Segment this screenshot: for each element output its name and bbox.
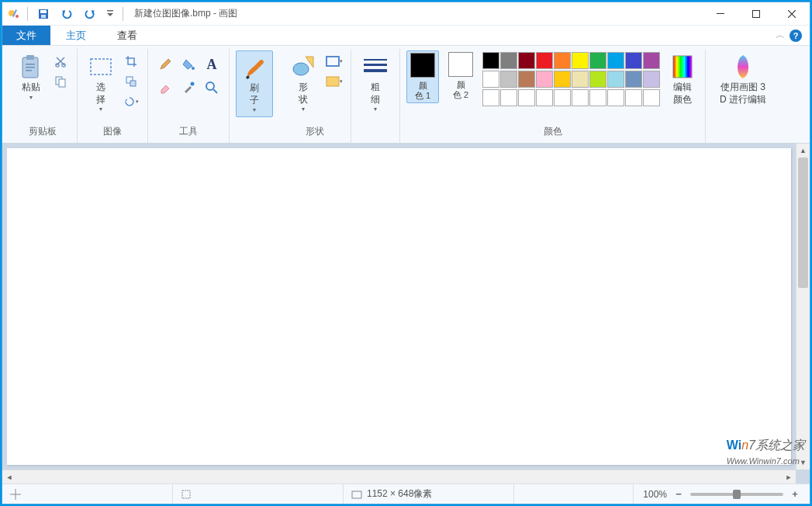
palette-color[interactable] bbox=[589, 89, 606, 106]
zoom-out-button[interactable]: − bbox=[673, 489, 684, 500]
help-button[interactable]: ? bbox=[790, 29, 802, 42]
palette-color[interactable] bbox=[607, 52, 624, 69]
palette-color[interactable] bbox=[482, 89, 499, 106]
view-tab[interactable]: 查看 bbox=[102, 26, 153, 45]
shapes-group: 形 状 ▾ ▾ ▾ 形状 bbox=[279, 49, 351, 143]
chevron-down-icon: ▾ bbox=[374, 106, 377, 113]
paste-button[interactable]: 粘贴 ▾ bbox=[15, 50, 47, 104]
palette-color[interactable] bbox=[482, 71, 499, 88]
palette-color[interactable] bbox=[589, 71, 606, 88]
palette-color[interactable] bbox=[607, 89, 624, 106]
fill-shape-button[interactable]: ▾ bbox=[324, 72, 344, 91]
svg-rect-32 bbox=[352, 491, 361, 498]
maximize-button[interactable] bbox=[738, 2, 774, 26]
palette-color[interactable] bbox=[536, 89, 553, 106]
clipboard-group: 粘贴 ▾ 剪贴板 bbox=[9, 49, 78, 143]
chevron-down-icon: ▾ bbox=[99, 106, 102, 113]
rotate-button[interactable]: ▾ bbox=[121, 92, 141, 111]
svg-rect-20 bbox=[130, 81, 136, 86]
palette-color[interactable] bbox=[625, 89, 642, 106]
palette-color[interactable] bbox=[572, 89, 589, 106]
redo-button[interactable] bbox=[81, 5, 99, 23]
edit-colors-button[interactable]: 编辑 颜色 bbox=[666, 50, 699, 109]
palette-color[interactable] bbox=[554, 89, 571, 106]
palette-color[interactable] bbox=[482, 52, 499, 69]
horizontal-scrollbar[interactable]: ◄ ► bbox=[2, 470, 796, 483]
outline-button[interactable]: ▾ bbox=[324, 52, 344, 71]
palette-color[interactable] bbox=[572, 52, 589, 69]
color2-button[interactable]: 颜 色 2 bbox=[445, 50, 476, 102]
chevron-down-icon: ▾ bbox=[302, 106, 305, 113]
palette-color[interactable] bbox=[518, 52, 535, 69]
palette-color[interactable] bbox=[500, 52, 517, 69]
crop-button[interactable] bbox=[121, 52, 141, 71]
brush-button[interactable]: 刷 子 ▾ bbox=[236, 50, 273, 117]
app-icon bbox=[7, 7, 21, 21]
svg-rect-4 bbox=[40, 10, 47, 13]
copy-button[interactable] bbox=[50, 72, 71, 91]
palette-color[interactable] bbox=[607, 71, 624, 88]
shapes-button[interactable]: 形 状 ▾ bbox=[285, 50, 321, 116]
svg-rect-28 bbox=[364, 64, 387, 66]
zoom-slider[interactable] bbox=[690, 493, 783, 496]
eraser-tool[interactable] bbox=[154, 77, 176, 99]
window-title: 新建位图图像.bmp - 画图 bbox=[134, 7, 237, 20]
svg-rect-5 bbox=[41, 15, 46, 18]
palette-color[interactable] bbox=[625, 71, 642, 88]
home-tab[interactable]: 主页 bbox=[50, 26, 102, 45]
stroke-icon bbox=[362, 54, 389, 80]
fill-tool[interactable] bbox=[178, 54, 199, 75]
palette-color[interactable] bbox=[518, 89, 535, 106]
undo-button[interactable] bbox=[57, 5, 76, 23]
palette-color[interactable] bbox=[625, 52, 642, 69]
zoom-in-button[interactable]: + bbox=[790, 489, 800, 500]
palette-color[interactable] bbox=[536, 71, 553, 88]
svg-rect-29 bbox=[364, 69, 387, 72]
palette-color[interactable] bbox=[500, 71, 517, 88]
palette-color[interactable] bbox=[589, 52, 606, 69]
cursor-position bbox=[2, 484, 173, 504]
separator bbox=[123, 7, 123, 21]
collapse-ribbon-button[interactable]: ︿ bbox=[776, 29, 785, 42]
minimize-button[interactable] bbox=[703, 2, 738, 26]
rainbow-icon bbox=[672, 54, 693, 80]
save-button[interactable] bbox=[34, 5, 53, 23]
palette-color[interactable] bbox=[554, 52, 571, 69]
crosshair-icon bbox=[10, 489, 21, 500]
svg-point-22 bbox=[191, 82, 195, 86]
svg-rect-18 bbox=[91, 59, 111, 75]
cut-button[interactable] bbox=[50, 52, 71, 71]
paint3d-button[interactable]: 使用画图 3 D 进行编辑 bbox=[712, 50, 774, 109]
palette-color[interactable] bbox=[643, 52, 660, 69]
palette-color[interactable] bbox=[554, 71, 571, 88]
color1-button[interactable]: 颜 色 1 bbox=[406, 50, 439, 103]
close-button[interactable] bbox=[774, 2, 810, 26]
palette-color[interactable] bbox=[500, 89, 517, 106]
text-tool[interactable]: A bbox=[201, 54, 223, 75]
selection-icon bbox=[181, 489, 192, 500]
palette-color[interactable] bbox=[643, 71, 660, 88]
tools-group: A 工具 bbox=[148, 49, 230, 143]
paint3d-icon bbox=[731, 54, 755, 80]
resize-button[interactable] bbox=[121, 72, 141, 91]
select-button[interactable]: 选 择 ▾ bbox=[84, 50, 118, 116]
palette-color[interactable] bbox=[518, 71, 535, 88]
svg-point-2 bbox=[16, 15, 19, 18]
separator bbox=[27, 7, 28, 21]
palette-color[interactable] bbox=[536, 52, 553, 69]
svg-point-24 bbox=[293, 63, 309, 75]
svg-rect-30 bbox=[673, 56, 692, 78]
palette-color[interactable] bbox=[643, 89, 660, 106]
palette-color[interactable] bbox=[572, 71, 589, 88]
picker-tool[interactable] bbox=[178, 77, 199, 99]
svg-rect-26 bbox=[327, 77, 339, 86]
svg-rect-7 bbox=[717, 13, 724, 14]
pencil-tool[interactable] bbox=[154, 54, 176, 75]
file-tab[interactable]: 文件 bbox=[2, 26, 50, 45]
magnify-tool[interactable] bbox=[201, 77, 223, 99]
stroke-button[interactable]: 粗 细 ▾ bbox=[358, 50, 393, 116]
ribbon: 粘贴 ▾ 剪贴板 选 择 ▾ bbox=[2, 46, 810, 144]
qat-customize-button[interactable] bbox=[104, 5, 116, 23]
canvas[interactable] bbox=[7, 148, 791, 465]
vertical-scrollbar[interactable]: ▲ ▼ bbox=[796, 144, 810, 470]
